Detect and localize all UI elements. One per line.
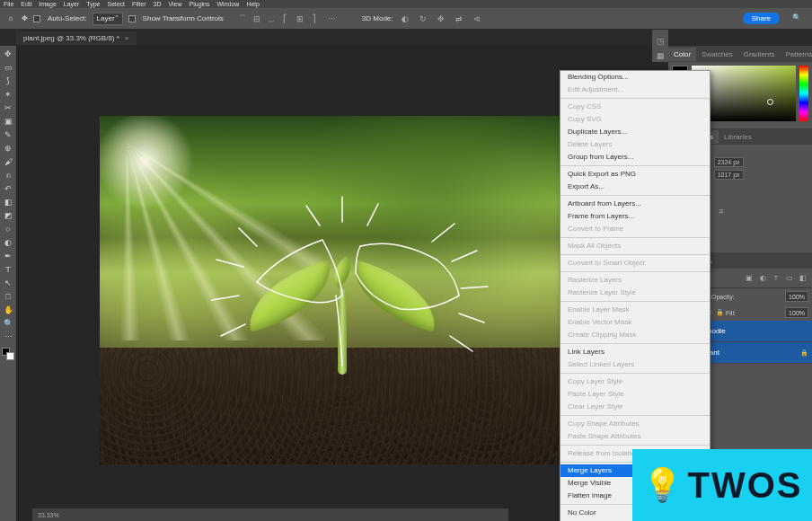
blur-tool[interactable]: ○ [2,223,14,235]
context-menu-item[interactable]: Export As... [560,181,710,193]
opacity-field[interactable]: 100% [785,291,808,302]
auto-select-dropdown[interactable]: Layer ˅ [93,13,123,25]
search-icon[interactable]: 🔍 [792,13,803,24]
marquee-tool[interactable]: ▭ [2,61,14,74]
fill-field[interactable]: 100% [785,307,808,318]
svg-line-1 [216,260,243,267]
context-menu-item: Paste Layer Style [560,388,710,401]
heal-tool[interactable]: ⊕ [2,142,14,155]
3d-pan-icon[interactable]: ✥ [435,13,447,25]
filter-pixel-icon[interactable]: ▣ [744,273,755,284]
history-panel-icon[interactable]: ◳ [654,35,666,48]
filter-smart-icon[interactable]: ◧ [798,273,808,284]
menu-image[interactable]: Image [39,1,56,7]
menu-separator [560,373,710,374]
3d-roll-icon[interactable]: ↻ [417,13,429,25]
dodge-tool[interactable]: ◐ [2,236,14,249]
menu-help[interactable]: Help [246,1,259,7]
eyedropper-tool[interactable]: ✎ [2,128,14,141]
context-menu-item[interactable]: Group from Layers... [560,151,710,163]
close-tab-icon[interactable]: × [125,34,129,42]
menu-layer[interactable]: Layer [64,1,80,7]
menu-edit[interactable]: Edit [21,1,31,7]
color-tab[interactable]: Color [668,48,696,61]
fg-bg-color[interactable] [2,348,14,360]
hand-tool[interactable]: ✋ [2,304,14,316]
move-tool[interactable]: ✥ [2,48,14,60]
context-menu-item[interactable]: Blending Options... [560,71,710,84]
transform-controls-checkbox[interactable] [128,15,136,22]
path-tool[interactable]: ↖ [2,277,14,289]
x-field[interactable]: 2324 px [714,157,744,167]
lasso-tool[interactable]: ⟆ [2,75,14,87]
context-menu-item[interactable]: Quick Export as PNG [560,168,710,181]
align-left-icon[interactable]: ⎡ [279,13,292,25]
type-tool[interactable]: T [2,263,14,276]
menu-file[interactable]: File [4,1,13,7]
move-tool-icon[interactable]: ✥ [22,14,28,22]
3d-zoom-icon[interactable]: ⊲ [471,13,483,25]
filter-type-icon[interactable]: T [771,273,781,284]
wand-tool[interactable]: ✶ [2,88,14,101]
menu-filter[interactable]: Filter [132,1,146,7]
auto-select-checkbox[interactable] [33,15,40,22]
menu-type[interactable]: Type [86,1,100,7]
align-hcenter-icon[interactable]: ⊞ [294,13,306,25]
frame-tool[interactable]: ▣ [2,115,14,128]
lock-all-icon[interactable]: 🔒 [715,308,724,317]
options-bar: ⌂ ✥ Auto-Select: Layer ˅ Show Transform … [0,8,812,30]
zoom-tool[interactable]: 🔍 [2,317,14,330]
swatches-tab[interactable]: Swatches [696,48,738,61]
crop-tool[interactable]: ✂ [2,102,14,114]
menu-select[interactable]: Select [108,1,125,7]
context-menu-item[interactable]: Duplicate Layers... [560,126,710,138]
shape-tool[interactable]: □ [2,290,14,303]
context-menu-item[interactable]: Link Layers [560,346,710,358]
edit-toolbar[interactable]: ⋯ [2,331,14,343]
menu-separator [560,271,710,272]
brushes-panel-icon[interactable]: ▦ [654,49,666,62]
twos-text: TWOS [688,465,803,506]
patterns-tab[interactable]: Patterns [781,48,813,61]
context-menu-item[interactable]: Frame from Layers... [560,210,710,223]
menu-plugins[interactable]: Plugins [190,1,210,7]
gradients-tab[interactable]: Gradients [738,48,781,61]
context-menu-item[interactable]: Artboard from Layers... [560,198,710,210]
svg-line-11 [367,204,378,225]
zoom-level[interactable]: 33.33% [38,512,59,518]
align-vcenter-icon[interactable]: ⊟ [251,13,263,25]
gradient-tool[interactable]: ◩ [2,209,14,222]
share-button[interactable]: Share [743,13,780,24]
menu-separator [560,195,710,196]
svg-line-4 [432,224,455,242]
eraser-tool[interactable]: ◧ [2,196,14,208]
filter-adjust-icon[interactable]: ◐ [757,273,768,284]
align-right-icon[interactable]: ⎤ [308,13,321,25]
tab-title: plant.jpeg @ 33.3% (RGB/8) * [23,34,119,42]
3d-slide-icon[interactable]: ⇄ [453,13,465,25]
menu-3d[interactable]: 3D [154,1,162,7]
history-brush-tool[interactable]: ↶ [2,182,14,195]
more-align-icon[interactable]: ⋯ [326,13,339,25]
context-menu-item: Clear Layer Style [560,401,710,413]
document-tab[interactable]: plant.jpeg @ 33.3% (RGB/8) * × [16,31,137,45]
svg-line-6 [461,287,488,288]
dist-space-icon[interactable]: ≡ [715,205,728,217]
brush-tool[interactable]: 🖌 [2,155,14,168]
home-icon[interactable]: ⌂ [5,13,16,24]
y-field[interactable]: 1017 px [714,170,744,180]
align-top-icon[interactable]: ⎴ [236,13,249,25]
fill-label: Fill: [726,310,736,316]
hue-slider[interactable] [799,66,808,121]
3d-orbit-icon[interactable]: ◐ [399,13,411,25]
stamp-tool[interactable]: ⎌ [2,169,14,181]
pen-tool[interactable]: ✒ [2,250,14,262]
menu-view[interactable]: View [169,1,182,7]
align-bottom-icon[interactable]: ⎵ [265,13,278,25]
menu-separator [560,98,710,99]
filter-shape-icon[interactable]: ▭ [784,273,795,284]
context-menu-item: Rasterize Layers [560,274,710,287]
libraries-tab[interactable]: Libraries [719,130,757,144]
menu-window[interactable]: Window [217,1,240,7]
lock-icon[interactable]: 🔒 [800,349,808,357]
